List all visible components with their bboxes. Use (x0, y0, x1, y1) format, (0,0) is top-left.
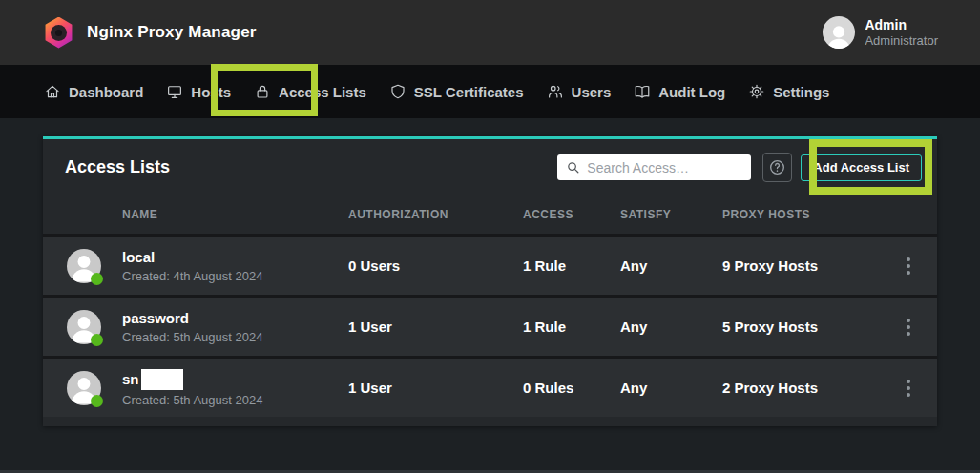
help-icon (768, 158, 786, 176)
page-title: Access Lists (65, 157, 557, 177)
name-cell: password Created: 5th August 2024 (122, 310, 348, 344)
satisfy-value: Any (620, 319, 722, 335)
help-button[interactable] (762, 153, 792, 182)
name-cell: sn Created: 5th August 2024 (122, 369, 348, 407)
nav-label: Hosts (191, 84, 231, 100)
column-header-satisfy: SATISFY (620, 208, 722, 221)
nav-item-ssl-certificates[interactable]: SSL Certificates (389, 83, 524, 100)
status-dot (91, 273, 103, 285)
screen: Nginx Proxy Manager Admin Administrator … (0, 0, 980, 473)
column-header-proxy-hosts: PROXY HOSTS (722, 208, 899, 221)
nav-item-audit-log[interactable]: Audit Log (634, 83, 725, 100)
nav-item-hosts[interactable]: Hosts (166, 83, 231, 100)
column-header-authorization: AUTHORIZATION (348, 208, 523, 221)
table-row[interactable]: sn Created: 5th August 2024 1 User 0 Rul… (43, 356, 937, 417)
nav-label: Settings (773, 84, 829, 100)
user-name: Admin (865, 17, 938, 33)
user-text: Admin Administrator (865, 17, 938, 49)
access-list-name: password (122, 310, 348, 327)
app-header: Nginx Proxy Manager Admin Administrator (0, 0, 980, 65)
column-header-access: ACCESS (523, 208, 620, 221)
main-nav: Dashboard Hosts Access Lists SSL Certifi… (0, 65, 980, 118)
table-header: NAME AUTHORIZATION ACCESS SATISFY PROXY … (43, 195, 937, 234)
brand: Nginx Proxy Manager (44, 17, 257, 49)
row-menu-button[interactable] (899, 315, 918, 339)
table-row[interactable]: local Created: 4th August 2024 0 Users 1… (43, 234, 937, 295)
user-menu[interactable]: Admin Administrator (823, 16, 938, 49)
row-menu-button[interactable] (899, 376, 918, 401)
created-date: Created: 5th August 2024 (122, 330, 348, 344)
search-input[interactable] (587, 160, 742, 175)
nav-item-access-lists[interactable]: Access Lists (254, 83, 366, 100)
gear-icon (748, 83, 765, 100)
shield-icon (389, 83, 407, 100)
search-box (557, 154, 751, 180)
nav-item-users[interactable]: Users (547, 83, 612, 100)
status-dot (91, 334, 103, 346)
lock-icon (254, 83, 271, 100)
proxy-hosts-value: 9 Proxy Hosts (722, 257, 899, 274)
nav-label: Users (572, 84, 612, 100)
user-avatar-icon (823, 16, 855, 49)
proxy-hosts-value: 5 Proxy Hosts (722, 319, 899, 335)
authorization-value: 1 User (348, 319, 523, 335)
row-menu-button[interactable] (899, 254, 918, 278)
redaction-box (141, 369, 183, 390)
access-value: 1 Rule (523, 319, 620, 335)
satisfy-value: Any (620, 380, 722, 396)
add-access-list-button[interactable]: Add Access List (801, 154, 922, 181)
authorization-value: 1 User (348, 380, 523, 396)
monitor-icon (166, 83, 183, 100)
book-icon (634, 83, 651, 100)
users-icon (547, 83, 564, 100)
row-avatar-icon (67, 371, 101, 405)
table-row[interactable]: password Created: 5th August 2024 1 User… (43, 295, 937, 356)
home-icon (44, 83, 61, 100)
satisfy-value: Any (620, 257, 722, 274)
nav-label: Access Lists (279, 84, 366, 100)
row-avatar-icon (67, 310, 101, 344)
app-logo-icon (44, 17, 73, 49)
authorization-value: 0 Users (348, 257, 523, 274)
created-date: Created: 5th August 2024 (122, 393, 348, 407)
access-value: 0 Rules (523, 380, 620, 396)
nav-item-settings[interactable]: Settings (748, 83, 829, 100)
name-cell: local Created: 4th August 2024 (122, 249, 348, 283)
panel-header: Access Lists Add Access List (43, 139, 937, 195)
nav-item-dashboard[interactable]: Dashboard (44, 83, 143, 100)
created-date: Created: 4th August 2024 (122, 269, 348, 283)
proxy-hosts-value: 2 Proxy Hosts (722, 380, 899, 396)
access-value: 1 Rule (523, 257, 620, 274)
nav-label: Dashboard (69, 84, 143, 100)
app-title: Nginx Proxy Manager (87, 23, 257, 42)
nav-label: Audit Log (658, 84, 725, 100)
user-role: Administrator (865, 33, 938, 49)
access-lists-panel: Access Lists Add Access List NAME AUTHOR… (43, 136, 937, 426)
row-avatar-icon (67, 249, 101, 283)
nav-label: SSL Certificates (414, 84, 524, 100)
access-list-name: sn (122, 369, 348, 390)
status-dot (91, 395, 103, 407)
access-list-name: local (122, 249, 348, 266)
search-icon (566, 160, 580, 175)
column-header-name: NAME (122, 208, 348, 221)
